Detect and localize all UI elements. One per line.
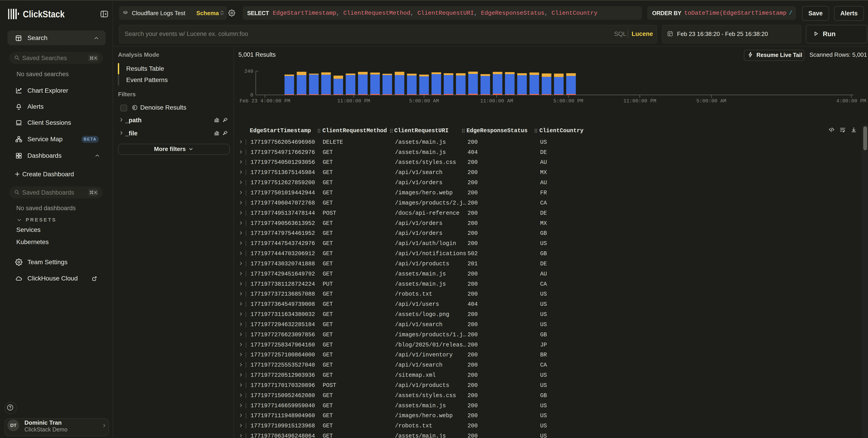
- svg-text:11:00:00 PM: 11:00:00 PM: [337, 98, 370, 104]
- svg-text:4:00:00 PM: 4:00:00 PM: [836, 98, 866, 104]
- svg-text:240: 240: [244, 69, 253, 74]
- svg-text:Feb 23 4:00:00 PM: Feb 23 4:00:00 PM: [240, 98, 290, 104]
- svg-text:0: 0: [250, 93, 253, 98]
- svg-text:11:00:00 AM: 11:00:00 AM: [480, 98, 513, 104]
- svg-text:5:00:00 PM: 5:00:00 PM: [553, 98, 583, 104]
- svg-text:11:00:00 PM: 11:00:00 PM: [623, 98, 656, 104]
- svg-text:5:00:00 AM: 5:00:00 AM: [696, 98, 726, 104]
- svg-text:5:00:00 AM: 5:00:00 AM: [409, 98, 439, 104]
